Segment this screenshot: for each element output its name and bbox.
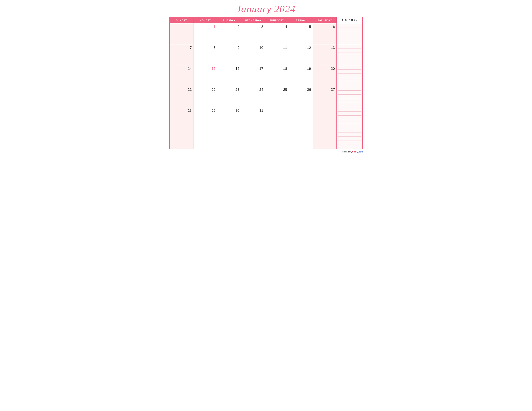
day-cell: 29 — [193, 107, 217, 128]
day-cell: 15 — [193, 65, 217, 86]
watermark-calendar: Calendar — [342, 150, 351, 153]
notes-cell[interactable] — [337, 107, 362, 128]
day-cell: 13 — [313, 44, 337, 65]
day-cell: 3 — [241, 23, 265, 44]
header-wednesday: WEDNESDAY — [241, 17, 265, 23]
day-number: 15 — [195, 66, 216, 71]
day-cell — [313, 128, 337, 149]
notes-cell[interactable] — [337, 65, 362, 86]
day-number: 19 — [291, 66, 311, 71]
day-cell — [313, 107, 337, 128]
day-cell — [289, 107, 313, 128]
day-number: 14 — [171, 66, 192, 71]
header-saturday: SATURDAY — [313, 17, 337, 23]
day-cell: 2 — [217, 23, 241, 44]
day-number: 18 — [267, 66, 287, 71]
day-cell — [289, 128, 313, 149]
header-tuesday: TUESDAY — [217, 17, 241, 23]
watermark: CalendarQuickly.com — [169, 150, 363, 153]
day-cell: 9 — [217, 44, 241, 65]
day-cell — [241, 128, 265, 149]
day-cell: 30 — [217, 107, 241, 128]
day-number: 16 — [219, 66, 239, 71]
day-cell: 27 — [313, 86, 337, 107]
day-cell: 16 — [217, 65, 241, 86]
day-number: 5 — [291, 25, 311, 29]
day-cell: 12 — [289, 44, 313, 65]
day-cell — [265, 128, 289, 149]
day-cell: 7 — [170, 44, 193, 65]
day-cell: 22 — [193, 86, 217, 107]
header-monday: MONDAY — [193, 17, 217, 23]
day-number: 21 — [171, 87, 192, 92]
day-cell: 4 — [265, 23, 289, 44]
day-number: 8 — [195, 46, 216, 50]
day-cell — [170, 128, 193, 149]
calendar-header: SUNDAY MONDAY TUESDAY WEDNESDAY THURSDAY… — [170, 17, 362, 23]
day-cell: 21 — [170, 86, 193, 107]
calendar: SUNDAY MONDAY TUESDAY WEDNESDAY THURSDAY… — [169, 17, 363, 149]
day-number: 11 — [267, 46, 287, 50]
day-number: 13 — [314, 46, 335, 50]
day-number: 26 — [291, 87, 311, 92]
day-number: 3 — [243, 25, 263, 29]
watermark-quickly: Quickly — [351, 150, 358, 153]
day-number: 1 — [195, 25, 216, 29]
day-cell: 24 — [241, 86, 265, 107]
day-number: 22 — [195, 87, 216, 92]
day-number: 24 — [243, 87, 263, 92]
day-cell: 14 — [170, 65, 193, 86]
day-cell: 28 — [170, 107, 193, 128]
notes-cell[interactable] — [337, 23, 362, 44]
notes-cell[interactable] — [337, 128, 362, 149]
day-cell — [170, 23, 193, 44]
day-cell — [217, 128, 241, 149]
day-number: 10 — [243, 46, 263, 50]
day-cell: 1 — [193, 23, 217, 44]
day-number: 7 — [171, 46, 192, 50]
day-cell: 25 — [265, 86, 289, 107]
day-cell: 19 — [289, 65, 313, 86]
calendar-grid: 1234567891011121314151617181920212223242… — [170, 23, 362, 149]
day-number: 12 — [291, 46, 311, 50]
day-cell — [265, 107, 289, 128]
day-number: 25 — [267, 87, 287, 92]
day-cell — [193, 128, 217, 149]
day-cell: 31 — [241, 107, 265, 128]
header-thursday: THURSDAY — [265, 17, 289, 23]
day-cell: 6 — [313, 23, 337, 44]
day-cell: 17 — [241, 65, 265, 86]
day-cell: 11 — [265, 44, 289, 65]
day-number: 31 — [243, 108, 263, 113]
day-number: 4 — [267, 25, 287, 29]
day-number: 17 — [243, 66, 263, 71]
day-number: 29 — [195, 108, 216, 113]
day-number: 9 — [219, 46, 239, 50]
day-cell: 5 — [289, 23, 313, 44]
day-number: 28 — [171, 108, 192, 113]
notes-cell[interactable] — [337, 44, 362, 65]
day-cell: 18 — [265, 65, 289, 86]
day-number: 27 — [314, 87, 335, 92]
day-number: 2 — [219, 25, 239, 29]
watermark-com: .com — [358, 150, 363, 153]
day-cell: 10 — [241, 44, 265, 65]
day-cell: 23 — [217, 86, 241, 107]
day-cell: 26 — [289, 86, 313, 107]
header-sunday: SUNDAY — [170, 17, 193, 23]
page-title: January 2024 — [237, 3, 296, 15]
notes-cell[interactable] — [337, 86, 362, 107]
day-cell: 8 — [193, 44, 217, 65]
notes-header: To-Do & Notes — [337, 17, 362, 23]
day-number: 23 — [219, 87, 239, 92]
header-friday: FRIDAY — [289, 17, 313, 23]
day-cell: 20 — [313, 65, 337, 86]
day-number: 6 — [314, 25, 335, 29]
day-number: 30 — [219, 108, 239, 113]
day-number: 20 — [314, 66, 335, 71]
